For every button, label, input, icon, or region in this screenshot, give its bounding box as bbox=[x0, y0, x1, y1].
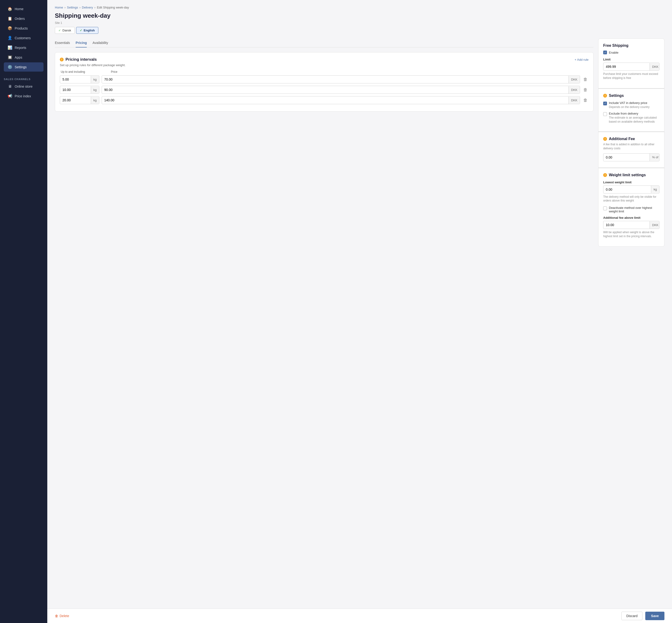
delete-row-2-button[interactable]: 🗑 bbox=[582, 86, 589, 93]
discard-button[interactable]: Discard bbox=[621, 612, 642, 620]
additional-fee-above-input-row[interactable]: DKK per kg bbox=[603, 221, 660, 229]
right-panel: Free Shipping ✓ Enable Limit DKK Purchas… bbox=[598, 38, 665, 247]
exclude-delivery-label: Exclude from delivery bbox=[609, 112, 660, 115]
trash-icon-1: 🗑 bbox=[583, 77, 588, 82]
sidebar-item-online-store[interactable]: 🖥 Online store bbox=[4, 82, 44, 91]
info-dot-fee: ! bbox=[603, 137, 607, 141]
sidebar-item-customers[interactable]: 👤 Customers bbox=[4, 33, 44, 42]
sidebar-item-label: Customers bbox=[15, 36, 31, 40]
weight-unit-1: kg bbox=[91, 76, 99, 83]
footer-actions: Discard Save bbox=[621, 612, 665, 620]
breadcrumb-settings[interactable]: Settings bbox=[67, 6, 78, 9]
main-content: Home › Settings › Delivery › Edit Shippi… bbox=[47, 0, 672, 623]
additional-fee-above-input[interactable] bbox=[604, 221, 649, 229]
breadcrumb-delivery[interactable]: Delivery bbox=[82, 6, 93, 9]
breadcrumb-current: Edit Shipping week-day bbox=[97, 6, 129, 9]
price-input-2[interactable]: DKK bbox=[102, 86, 580, 94]
sidebar-item-home[interactable]: 🏠 Home bbox=[4, 4, 44, 13]
free-shipping-card: Free Shipping ✓ Enable Limit DKK Purchas… bbox=[598, 38, 665, 88]
pricing-row-2: kg DKK 🗑 bbox=[60, 86, 589, 94]
tab-essentials[interactable]: Essentials bbox=[55, 38, 70, 48]
weight-field-2[interactable] bbox=[60, 86, 91, 94]
lowest-weight-label: Lowest weight limit bbox=[603, 180, 660, 184]
deactivate-checkbox[interactable] bbox=[603, 206, 607, 210]
price-unit-2: DKK bbox=[568, 86, 580, 94]
additional-fee-above-unit: DKK per kg bbox=[649, 221, 660, 229]
include-vat-checkbox[interactable]: ✓ bbox=[603, 101, 607, 106]
delete-row-1-button[interactable]: 🗑 bbox=[582, 76, 589, 83]
delete-icon: 🗑 bbox=[55, 614, 58, 618]
page-footer: 🗑 Delete Discard Save bbox=[47, 609, 672, 623]
additional-fee-title: Additional Fee bbox=[609, 137, 635, 141]
additional-fee-card: ! Additional Fee A fee that is added in … bbox=[598, 132, 665, 168]
additional-fee-input[interactable] bbox=[604, 154, 649, 161]
tab-availability[interactable]: Availability bbox=[92, 38, 108, 48]
lang-tab-english-label: English bbox=[84, 29, 95, 32]
additional-fee-input-row[interactable]: % of total order bbox=[603, 153, 660, 161]
limit-label: Limit bbox=[603, 58, 660, 61]
left-panel: Essentials Pricing Availability ! Pricin… bbox=[55, 38, 593, 115]
lowest-weight-hint: The delivery method will only be visible… bbox=[603, 195, 660, 203]
sidebar-item-label: Orders bbox=[15, 17, 25, 21]
price-field-2[interactable] bbox=[102, 86, 569, 94]
sidebar-item-apps[interactable]: 🔲 Apps bbox=[4, 53, 44, 62]
sales-channels-label: SALES CHANNELS bbox=[0, 74, 47, 82]
sidebar-item-label: Apps bbox=[15, 56, 22, 59]
check-icon-english: ✓ bbox=[80, 29, 82, 32]
delete-row-3-button[interactable]: 🗑 bbox=[582, 97, 589, 104]
limit-input[interactable] bbox=[604, 63, 649, 70]
info-dot-pricing: ! bbox=[60, 58, 64, 61]
settings-title: Settings bbox=[609, 94, 624, 98]
price-field-1[interactable] bbox=[102, 76, 569, 83]
weight-input-3[interactable]: kg bbox=[60, 96, 99, 104]
weight-field-1[interactable] bbox=[60, 76, 91, 83]
weight-input-1[interactable]: kg bbox=[60, 76, 99, 83]
sidebar-item-label: Price index bbox=[15, 94, 31, 98]
pricing-subtitle: Set up pricing rules for different packa… bbox=[60, 63, 589, 67]
pricing-intervals-title: Pricing intervals bbox=[65, 57, 97, 62]
deactivate-row: Deactivate method over highest weight li… bbox=[603, 206, 660, 213]
limit-input-row[interactable]: DKK bbox=[603, 63, 660, 71]
page-title: Shipping week-day bbox=[55, 12, 665, 19]
pricing-intervals-card: ! Pricing intervals + Add rule Set up pr… bbox=[55, 52, 593, 112]
weight-unit-2: kg bbox=[91, 86, 99, 94]
lang-tab-english[interactable]: ✓ English bbox=[76, 27, 99, 34]
sidebar-item-settings[interactable]: ⚙️ Settings bbox=[4, 62, 44, 71]
lang-tab-dansk[interactable]: ✓ Dansk bbox=[55, 27, 75, 34]
tab-pricing[interactable]: Pricing bbox=[76, 38, 87, 48]
limit-unit: DKK bbox=[649, 63, 660, 70]
home-icon: 🏠 bbox=[7, 7, 12, 11]
include-vat-sublabel: Depends on the delivery country bbox=[609, 105, 649, 109]
free-shipping-title: Free Shipping bbox=[603, 43, 660, 48]
enable-checkbox[interactable]: ✓ bbox=[603, 51, 607, 54]
add-rule-button[interactable]: + Add rule bbox=[575, 58, 589, 61]
lowest-weight-input[interactable] bbox=[604, 186, 651, 193]
trash-icon-3: 🗑 bbox=[583, 98, 588, 103]
apps-icon: 🔲 bbox=[7, 55, 12, 60]
sidebar-item-products[interactable]: 📦 Products bbox=[4, 24, 44, 33]
save-button[interactable]: Save bbox=[645, 612, 665, 620]
additional-fee-above-label: Additional fee above limit bbox=[603, 216, 660, 219]
lowest-weight-unit: kg bbox=[651, 186, 659, 193]
settings-card: ! Settings ✓ Include VAT in delivery pri… bbox=[598, 89, 665, 131]
additional-fee-unit: % of total order bbox=[649, 154, 660, 161]
price-input-1[interactable]: DKK bbox=[102, 76, 580, 83]
exclude-delivery-checkbox[interactable] bbox=[603, 112, 607, 116]
weight-input-2[interactable]: kg bbox=[60, 86, 99, 94]
weight-field-3[interactable] bbox=[60, 96, 91, 104]
sidebar-item-reports[interactable]: 📊 Reports bbox=[4, 43, 44, 52]
lowest-weight-input-row[interactable]: kg bbox=[603, 185, 660, 194]
reports-icon: 📊 bbox=[7, 46, 12, 50]
price-index-icon: 📢 bbox=[7, 94, 12, 98]
table-header: Up to and including Price bbox=[60, 70, 589, 73]
sidebar-item-orders[interactable]: 📋 Orders bbox=[4, 14, 44, 23]
site-label: Site 1 bbox=[55, 21, 665, 25]
weight-unit-3: kg bbox=[91, 97, 99, 104]
price-field-3[interactable] bbox=[102, 96, 569, 104]
breadcrumb-home[interactable]: Home bbox=[55, 6, 63, 9]
delete-button[interactable]: 🗑 Delete bbox=[55, 614, 69, 618]
info-dot-weight: ! bbox=[603, 173, 607, 177]
sidebar-item-label: Settings bbox=[15, 65, 27, 69]
price-input-3[interactable]: DKK bbox=[102, 96, 580, 104]
sidebar-item-price-index[interactable]: 📢 Price index bbox=[4, 91, 44, 101]
